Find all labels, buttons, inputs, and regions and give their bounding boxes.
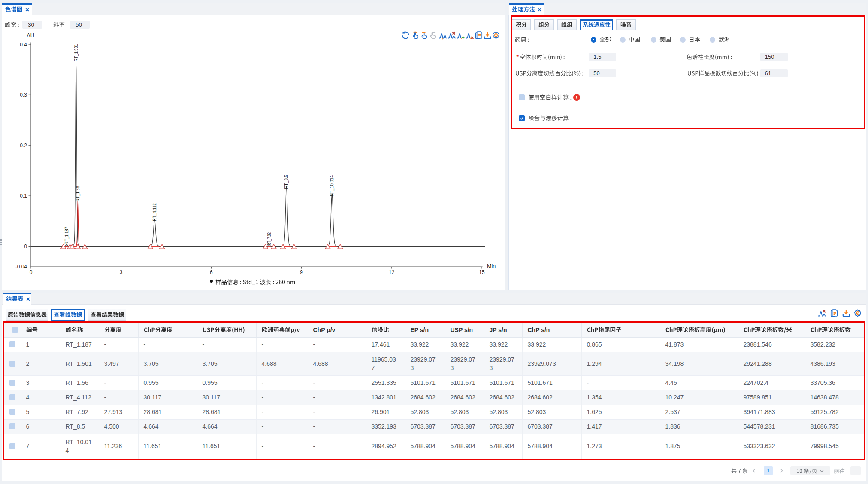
svg-text:AU: AU: [27, 33, 34, 39]
svg-text:Min: Min: [487, 263, 496, 269]
svg-text:RT_1.56: RT_1.56: [76, 186, 80, 201]
svg-text:0.3: 0.3: [20, 92, 27, 98]
svg-text:3: 3: [120, 269, 123, 275]
svg-text:0.2: 0.2: [20, 143, 27, 149]
svg-text:15: 15: [479, 269, 485, 275]
svg-text:RT_10.014: RT_10.014: [330, 175, 334, 196]
svg-text:RT_1.501: RT_1.501: [74, 44, 79, 61]
svg-text:9: 9: [300, 269, 303, 275]
svg-text:-0.04: -0.04: [15, 264, 27, 270]
svg-text:12: 12: [389, 269, 395, 275]
svg-text:6: 6: [210, 269, 213, 275]
svg-text:0: 0: [24, 244, 27, 250]
svg-text:0: 0: [30, 269, 33, 275]
svg-text:RT_1.187: RT_1.187: [64, 227, 69, 244]
svg-text:RT_4.112: RT_4.112: [152, 203, 157, 221]
svg-text:0.1: 0.1: [20, 193, 27, 199]
svg-text:0.4: 0.4: [20, 42, 27, 48]
svg-text:RT_7.92: RT_7.92: [267, 232, 272, 245]
svg-text:RT_8.5: RT_8.5: [284, 174, 289, 189]
